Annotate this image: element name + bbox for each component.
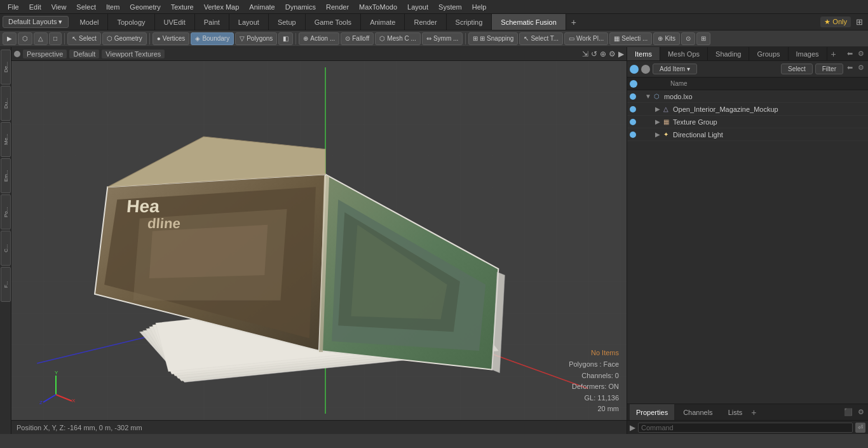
mesh-c-button[interactable]: ⬡ Mesh C ...: [375, 32, 421, 45]
item-expand-2[interactable]: ▶: [655, 118, 660, 125]
viewport-toggle[interactable]: [14, 51, 20, 57]
menu-system[interactable]: System: [433, 2, 467, 12]
vp-settings-icon[interactable]: ⚙: [609, 50, 616, 58]
vertices-button[interactable]: ● Vertices: [153, 32, 190, 45]
item-expand-3[interactable]: ▶: [655, 131, 660, 138]
orient-btn[interactable]: ⊙: [681, 32, 695, 45]
item-row-open-interior[interactable]: ▶ △ Open_Interior_Magazine_Mockup: [627, 103, 868, 116]
tab-model[interactable]: Model: [71, 14, 109, 30]
item-row-directional-light[interactable]: ▶ ✦ Directional Light: [627, 128, 868, 141]
prop-tab-lists[interactable]: Lists: [722, 404, 749, 420]
left-tab-em[interactable]: Em...: [1, 158, 11, 193]
menu-layout[interactable]: Layout: [402, 2, 433, 12]
left-tab-de[interactable]: De...: [1, 50, 11, 85]
select-t-button[interactable]: ↖ Select T...: [519, 32, 563, 45]
menu-view[interactable]: View: [46, 2, 72, 12]
rp-tab-add[interactable]: +: [827, 47, 840, 60]
command-exec-button[interactable]: ⏎: [855, 423, 865, 433]
menu-vertex-map[interactable]: Vertex Map: [199, 2, 245, 12]
rp-tab-items[interactable]: Items: [627, 47, 660, 60]
menu-texture[interactable]: Texture: [166, 2, 199, 12]
tab-paint[interactable]: Paint: [195, 14, 229, 30]
vis-icon-1[interactable]: [630, 65, 639, 74]
rp-tab-mesh-ops[interactable]: Mesh Ops: [660, 47, 708, 60]
rp-collapse-icon[interactable]: ⬅: [846, 50, 854, 58]
prop-tab-add[interactable]: +: [751, 407, 756, 417]
tool-mode-4[interactable]: □: [49, 32, 62, 45]
shape-btn[interactable]: ◧: [278, 32, 293, 45]
menu-dynamics[interactable]: Dynamics: [280, 2, 321, 12]
tab-add-button[interactable]: +: [566, 16, 581, 29]
viewport-texture[interactable]: Viewport Textures: [102, 50, 165, 58]
tab-topology[interactable]: Topology: [108, 14, 154, 30]
items-list[interactable]: ▼ ⬡ modo.lxo ▶ △ Open_Interior_Magazine_…: [627, 90, 868, 404]
boundary-button[interactable]: ◈ Boundary: [191, 32, 234, 45]
item-row-modo-lxo[interactable]: ▼ ⬡ modo.lxo: [627, 90, 868, 103]
tab-scripting[interactable]: Scripting: [447, 14, 492, 30]
add-item-button[interactable]: Add Item ▾: [653, 64, 697, 74]
prop-settings-icon[interactable]: ⚙: [857, 408, 865, 416]
tab-setup[interactable]: Setup: [269, 14, 306, 30]
tab-uvedit[interactable]: UVEdit: [155, 14, 195, 30]
action-button[interactable]: ⊕ Action ...: [299, 32, 339, 45]
tab-schematic-fusion[interactable]: Schematic Fusion: [492, 14, 566, 30]
item-eye-3[interactable]: [630, 132, 636, 138]
menu-maxtomodo[interactable]: MaxToModo: [354, 2, 402, 12]
command-arrow[interactable]: ▶: [630, 423, 635, 432]
left-tab-c[interactable]: C...: [1, 231, 11, 266]
left-tab-f[interactable]: F...: [1, 267, 11, 302]
star-only-button[interactable]: ★ Only: [820, 17, 851, 27]
viewport-canvas[interactable]: Hea dline Y: [11, 61, 627, 420]
tool-mode-3[interactable]: △: [34, 32, 48, 45]
tab-animate[interactable]: Animate: [361, 14, 405, 30]
vp-zoom-icon[interactable]: ⊕: [600, 50, 606, 58]
vis-icon-2[interactable]: [641, 65, 650, 74]
rp-tab-groups[interactable]: Groups: [749, 47, 788, 60]
menu-select[interactable]: Select: [71, 2, 101, 12]
prop-tab-channels[interactable]: Channels: [677, 404, 719, 420]
vp-fit-icon[interactable]: ⇲: [582, 50, 588, 58]
menu-edit[interactable]: Edit: [24, 2, 46, 12]
work-pl-button[interactable]: ▭ Work Pl...: [564, 32, 608, 45]
item-eye-1[interactable]: [630, 106, 636, 112]
vp-orbit-icon[interactable]: ↺: [591, 50, 597, 58]
tab-game-tools[interactable]: Game Tools: [306, 14, 362, 30]
menu-animate[interactable]: Animate: [244, 2, 280, 12]
viewport-shading[interactable]: Default: [69, 50, 99, 58]
menu-render[interactable]: Render: [321, 2, 354, 12]
panel-settings-icon[interactable]: ⚙: [857, 64, 865, 74]
item-eye-0[interactable]: [630, 93, 636, 100]
polygons-button[interactable]: ▽ Polygons: [235, 32, 277, 45]
layout-selector[interactable]: Default Layouts ▾: [3, 16, 69, 28]
item-expand-1[interactable]: ▶: [655, 105, 660, 112]
selecti-button[interactable]: ▦ Selecti ...: [609, 32, 652, 45]
viewport-camera[interactable]: Perspective: [23, 50, 67, 58]
view-btn[interactable]: ⊞: [696, 32, 710, 45]
rp-settings-icon[interactable]: ⚙: [857, 50, 865, 58]
rp-tab-images[interactable]: Images: [789, 47, 827, 60]
rp-tab-shading[interactable]: Shading: [708, 47, 749, 60]
menu-geometry[interactable]: Geometry: [125, 2, 165, 12]
filter-button[interactable]: Filter: [815, 64, 843, 74]
tab-render[interactable]: Render: [405, 14, 446, 30]
prop-expand-icon[interactable]: ⬛: [843, 408, 854, 416]
prop-tab-properties[interactable]: Properties: [630, 404, 674, 420]
item-expand-0[interactable]: ▼: [645, 93, 651, 100]
item-row-texture-group[interactable]: ▶ ▦ Texture Group: [627, 116, 868, 128]
select-button-items[interactable]: Select: [781, 64, 813, 74]
vp-play-icon[interactable]: ▶: [618, 50, 624, 58]
left-tab-po[interactable]: Po...: [1, 194, 11, 229]
menu-help[interactable]: Help: [467, 2, 492, 12]
command-input[interactable]: [638, 423, 853, 433]
menu-item[interactable]: Item: [101, 2, 125, 12]
tool-mode-1[interactable]: ▶: [3, 32, 17, 45]
item-eye-2[interactable]: [630, 119, 636, 125]
menu-file[interactable]: File: [3, 2, 24, 12]
symm-button[interactable]: ⇔ Symm ...: [422, 32, 463, 45]
kits-button[interactable]: ⊕ Kits: [653, 32, 680, 45]
snapping-button[interactable]: ⊞ ⊞ Snapping: [468, 32, 518, 45]
left-tab-me[interactable]: Me...: [1, 122, 11, 157]
expand-button[interactable]: ⊞: [853, 17, 865, 27]
falloff-button[interactable]: ⊙ Falloff: [341, 32, 374, 45]
left-tab-du[interactable]: Du...: [1, 86, 11, 121]
